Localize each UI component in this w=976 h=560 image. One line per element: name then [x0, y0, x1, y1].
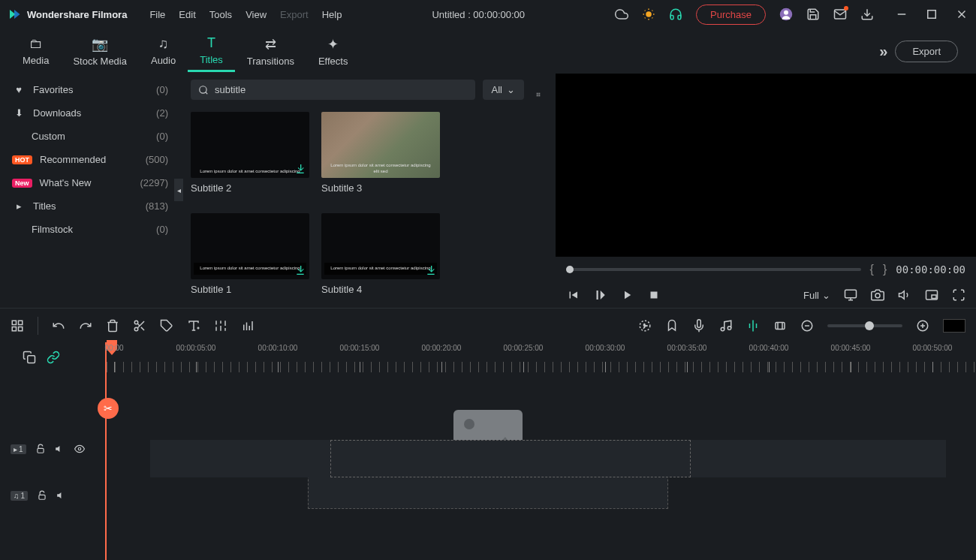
lock-icon[interactable] — [35, 444, 46, 454]
svg-rect-11 — [538, 92, 539, 93]
tab-audio[interactable]: ♫Audio — [139, 36, 188, 66]
display-icon[interactable] — [844, 288, 857, 302]
cloud-icon[interactable] — [615, 8, 628, 21]
split-icon[interactable] — [746, 319, 760, 333]
equalizer-icon[interactable] — [241, 319, 255, 333]
sidebar-item-favorites[interactable]: ♥ Favorites (0) — [0, 78, 180, 101]
zoom-slider[interactable] — [827, 324, 902, 327]
link-icon[interactable] — [47, 351, 60, 364]
sidebar-item-whatsnew[interactable]: New What's New (2297) — [0, 171, 180, 194]
duplicate-icon[interactable] — [23, 351, 36, 364]
layout-icon[interactable] — [11, 319, 24, 333]
sidebar-item-downloads[interactable]: ⬇ Downloads (2) — [0, 101, 180, 125]
svg-point-55 — [727, 326, 731, 330]
render-icon[interactable] — [638, 319, 652, 333]
svg-rect-10 — [537, 92, 538, 93]
mark-out-icon[interactable]: } — [883, 263, 887, 276]
export-button[interactable]: Export — [895, 41, 958, 62]
eye-icon[interactable] — [74, 444, 85, 454]
search-box[interactable] — [191, 80, 475, 100]
zoom-in-icon[interactable] — [916, 319, 929, 333]
titlebar: Wondershare Filmora File Edit Tools View… — [0, 0, 976, 29]
template-subtitle-3[interactable]: Lorem ipsum dolor sit amet consectetur a… — [321, 112, 440, 201]
snapshot-icon[interactable] — [871, 288, 884, 302]
expand-tabs-icon[interactable]: » — [879, 43, 887, 60]
play-pause-icon[interactable] — [593, 288, 607, 302]
purchase-button[interactable]: Purchase — [696, 5, 766, 25]
preview-progress-bar[interactable] — [566, 268, 861, 271]
scissors-playhead-icon[interactable]: ✂ — [98, 398, 119, 419]
audio-mixer-icon[interactable] — [719, 319, 733, 333]
lock-icon[interactable] — [37, 490, 47, 501]
menu-edit[interactable]: Edit — [179, 9, 195, 20]
minimize-icon[interactable] — [895, 8, 908, 21]
download-icon[interactable] — [860, 8, 874, 21]
headphones-icon[interactable] — [669, 8, 682, 21]
pip-icon[interactable] — [925, 288, 938, 302]
add-text-icon[interactable] — [187, 319, 200, 333]
template-subtitle-2[interactable]: Lorem ipsum dolor sit amet consectetur a… — [191, 112, 309, 201]
menu-view[interactable]: View — [246, 9, 267, 20]
sidebar-item-filmstock[interactable]: Filmstock (0) — [0, 218, 180, 241]
svg-rect-15 — [539, 94, 540, 95]
fullscreen-icon[interactable] — [952, 288, 965, 302]
svg-rect-30 — [12, 321, 16, 324]
time-tick: 00:00:20:00 — [422, 344, 462, 352]
grid-view-icon[interactable] — [532, 83, 545, 97]
mail-icon[interactable] — [833, 8, 847, 21]
time-tick: 00:00:25:00 — [504, 344, 544, 352]
cut-icon[interactable] — [133, 319, 146, 333]
tag-icon[interactable] — [160, 319, 173, 333]
volume-icon[interactable] — [56, 490, 67, 501]
filter-dropdown[interactable]: All ⌄ — [483, 80, 524, 100]
sidebar-item-custom[interactable]: Custom (0) — [0, 125, 180, 148]
template-subtitle-1[interactable]: Lorem ipsum dolor sit amet consectetur a… — [191, 213, 309, 303]
delete-icon[interactable] — [106, 319, 119, 333]
tab-effects[interactable]: ✦Effects — [306, 36, 360, 67]
maximize-icon[interactable] — [925, 8, 938, 21]
collapse-sidebar-icon[interactable]: ◂ — [174, 179, 183, 201]
tab-titles[interactable]: TTitles — [188, 35, 235, 72]
timeline-body[interactable]: ✂ ▸1 ♫1 Drag and drop media and effects … — [0, 372, 976, 560]
preview-video[interactable] — [556, 74, 976, 257]
mark-in-icon[interactable]: { — [870, 263, 874, 276]
menu-file[interactable]: File — [149, 9, 165, 20]
menu-tools[interactable]: Tools — [209, 9, 232, 20]
audio-track-badge: ♫1 — [11, 491, 28, 501]
undo-icon[interactable] — [52, 319, 65, 333]
time-tick: 00:00:30:00 — [586, 344, 625, 352]
mic-icon[interactable] — [692, 319, 706, 333]
timeline-ruler[interactable]: 00:0000:00:05:0000:00:10:0000:00:15:0000… — [0, 342, 976, 372]
redo-icon[interactable] — [79, 319, 92, 333]
svg-rect-17 — [538, 95, 539, 96]
camera-icon: 📷 — [92, 36, 108, 53]
stop-icon[interactable] — [647, 288, 661, 302]
preview-quality-dropdown[interactable]: Full⌄ — [803, 290, 830, 301]
adjust-icon[interactable] — [214, 319, 227, 333]
menu-help[interactable]: Help — [322, 9, 342, 20]
idea-icon[interactable] — [642, 8, 655, 21]
tab-transitions[interactable]: ⇄Transitions — [235, 36, 306, 67]
svg-rect-5 — [928, 11, 936, 19]
play-icon[interactable] — [620, 288, 634, 302]
prev-frame-icon[interactable] — [566, 288, 580, 302]
template-subtitle-4[interactable]: Lorem ipsum dolor sit amet consectetur a… — [321, 213, 440, 303]
timeline-preview-box[interactable] — [943, 319, 965, 333]
close-icon[interactable] — [955, 8, 968, 21]
volume-icon[interactable] — [55, 444, 65, 454]
chevron-down-icon: ⌄ — [507, 84, 515, 95]
sidebar-item-recommended[interactable]: HOT Recommended (500) — [0, 148, 180, 171]
avatar-icon[interactable] — [779, 8, 793, 21]
tab-media[interactable]: 🗀Media — [11, 36, 61, 66]
time-tick: 00:00:45:00 — [831, 344, 871, 352]
svg-rect-50 — [252, 321, 253, 330]
save-icon[interactable] — [806, 8, 820, 21]
tab-stock-media[interactable]: 📷Stock Media — [61, 36, 139, 67]
zoom-out-icon[interactable] — [800, 319, 814, 333]
crop-icon[interactable] — [773, 319, 787, 333]
sidebar-item-titles[interactable]: ▸ Titles (813) — [0, 194, 180, 218]
search-input[interactable] — [215, 84, 468, 95]
marker-icon[interactable] — [665, 319, 679, 333]
volume-icon[interactable] — [898, 288, 911, 302]
drop-zone-dashed[interactable] — [330, 440, 691, 477]
